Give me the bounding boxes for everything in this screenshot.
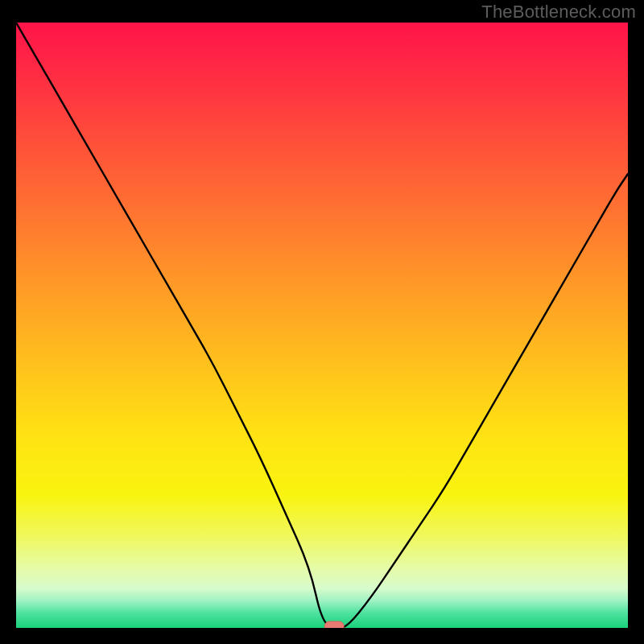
gradient-rect xyxy=(16,23,628,628)
watermark-text: TheBottleneck.com xyxy=(481,2,636,23)
plot-area xyxy=(16,23,628,628)
chart-frame: TheBottleneck.com xyxy=(0,0,644,644)
chart-svg xyxy=(16,23,628,628)
optimum-marker xyxy=(324,621,344,628)
